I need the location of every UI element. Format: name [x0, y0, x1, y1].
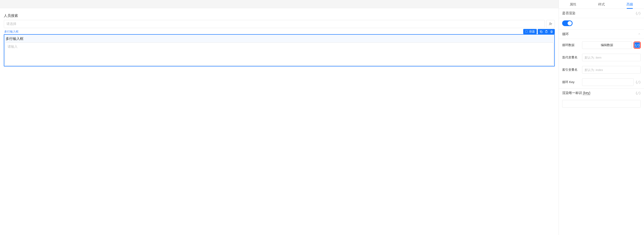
index-name-input[interactable] [582, 66, 641, 74]
panel-tabs: 属性 样式 高级 [559, 0, 644, 9]
render-id-section-header: 渲染唯一标识 (key) {/} [559, 88, 644, 98]
loop-key-label: 循环 Key [562, 80, 580, 84]
tab-style[interactable]: 样式 [587, 0, 616, 8]
index-name-row: 索引变量名 [559, 64, 644, 76]
loop-data-label: 循环数据 [562, 43, 580, 47]
index-name-label: 索引变量名 [562, 68, 580, 72]
loop-data-row: 循环数据 编辑数据 {/} [559, 39, 644, 51]
svg-point-0 [550, 22, 551, 24]
selected-component-container[interactable]: 多行输入框 请输入 [4, 34, 555, 66]
textarea-placeholder: 请输入 [8, 45, 18, 48]
render-id-expression-button[interactable]: {/} [636, 91, 641, 95]
properties-panel: 属性 样式 高级 是否渲染 {/} 循环 循环数据 编辑数据 {/} 迭代变量名 [558, 0, 644, 235]
tab-attributes[interactable]: 属性 [559, 0, 587, 8]
textarea-field-label: 多行输入框 [4, 35, 554, 42]
loop-key-input[interactable] [582, 78, 634, 86]
svg-rect-1 [526, 30, 528, 33]
iterator-name-input[interactable] [582, 54, 641, 61]
trash-icon [550, 30, 553, 33]
canvas-area: 人员搜索 请选择 多行输入框 [0, 0, 558, 235]
canvas-body: 人员搜索 请选择 多行输入框 [0, 8, 558, 70]
delete-action-button[interactable] [550, 30, 553, 34]
iterator-name-label: 迭代变量名 [562, 55, 580, 60]
person-add-icon [548, 22, 553, 26]
selected-actions-group [538, 29, 555, 34]
chevron-up-icon [638, 32, 641, 36]
employee-search-field: 人员搜索 请选择 [4, 14, 555, 28]
render-section-header: 是否渲染 {/} [559, 9, 644, 18]
render-id-key-help[interactable]: (key) [583, 91, 590, 95]
employee-search-label: 人员搜索 [4, 14, 555, 18]
employee-search-placeholder: 请选择 [6, 22, 16, 26]
loop-section-header[interactable]: 循环 [559, 30, 644, 39]
render-label: 是否渲染 [562, 11, 576, 16]
render-id-input[interactable] [562, 100, 641, 108]
paste-icon [545, 30, 548, 33]
paste-action-button[interactable] [544, 30, 548, 34]
tab-advanced[interactable]: 高级 [616, 0, 644, 8]
parent-container-pill[interactable]: 容器 [523, 29, 537, 34]
add-person-button[interactable] [546, 20, 555, 28]
edit-loop-data-button[interactable]: 编辑数据 [582, 41, 632, 49]
copy-action-button[interactable] [539, 30, 543, 34]
svg-rect-2 [540, 31, 542, 33]
loop-key-expression-button[interactable]: {/} [636, 80, 641, 84]
canvas-top-bar [0, 0, 558, 8]
selected-toolbar: 容器 [523, 29, 555, 34]
render-expression-button[interactable]: {/} [636, 12, 641, 15]
render-id-input-row [559, 98, 644, 110]
copy-icon [540, 30, 543, 33]
loop-section-title: 循环 [562, 32, 569, 36]
selected-component-tag[interactable]: 多行输入框 [4, 30, 18, 34]
loop-data-expression-button[interactable]: {/} [634, 42, 640, 48]
loop-key-row: 循环 Key {/} [559, 76, 644, 88]
selected-component-wrap: 多行输入框 容器 [4, 29, 555, 66]
loop-data-expression-highlight: {/} [634, 42, 641, 49]
render-toggle[interactable] [562, 20, 572, 26]
textarea-input[interactable]: 请输入 [5, 42, 554, 65]
render-id-label: 渲染唯一标识 (key) [562, 91, 590, 95]
employee-search-select[interactable]: 请选择 [4, 20, 545, 28]
container-icon [525, 30, 528, 33]
iterator-name-row: 迭代变量名 [559, 51, 644, 64]
parent-container-label: 容器 [529, 30, 535, 34]
